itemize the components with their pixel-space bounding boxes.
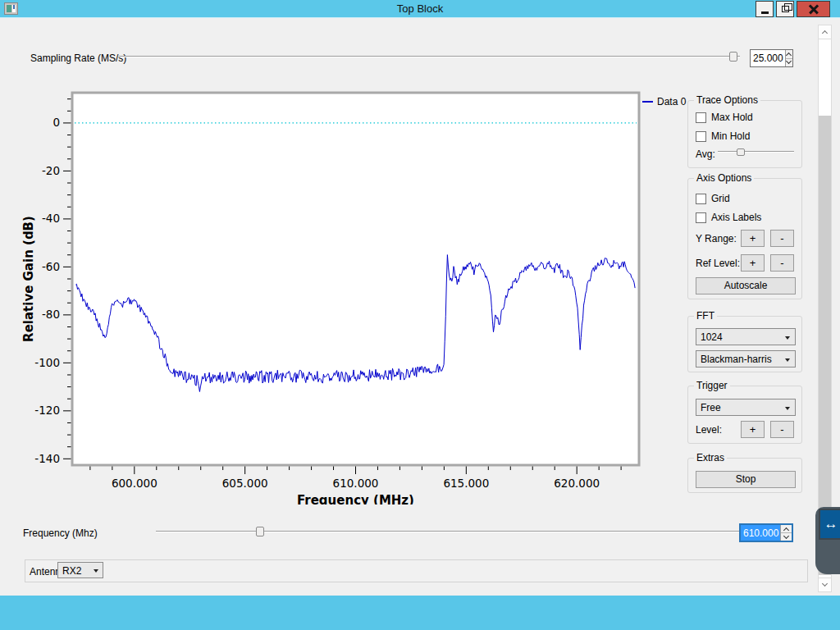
chevron-up-icon: [786, 52, 792, 58]
avg-slider-track[interactable]: [718, 151, 794, 153]
antenna-panel: [25, 559, 808, 582]
scroll-up-button[interactable]: [819, 25, 831, 39]
max-hold-checkbox-row[interactable]: Max Hold: [696, 111, 753, 124]
trace-options-title: Trace Options: [694, 94, 760, 106]
fft-window-value: Blackman-harris: [701, 354, 772, 365]
min-hold-label: Min Hold: [711, 130, 750, 142]
trigger-level-plus-button[interactable]: +: [741, 421, 765, 438]
taskbar: ›_ C:\_: [0, 596, 840, 630]
fft-title: FFT: [694, 310, 717, 322]
antenna-dropdown[interactable]: RX2: [57, 562, 103, 578]
legend-item-data0[interactable]: Data 0: [642, 96, 686, 107]
frequency-value[interactable]: 610.000: [741, 525, 780, 541]
chevron-up-icon: [783, 527, 789, 532]
chevron-down-icon: [783, 532, 789, 538]
frequency-spin-up[interactable]: [781, 525, 792, 533]
teamviewer-icon: ↔: [819, 509, 840, 540]
grid-checkbox-row[interactable]: Grid: [696, 192, 730, 205]
chevron-down-icon: [786, 58, 792, 64]
grid-label: Grid: [711, 193, 730, 204]
y-range-minus-button[interactable]: -: [770, 230, 794, 247]
max-hold-checkbox[interactable]: [696, 112, 706, 123]
trace-options-group: Trace Options Max Hold Min Hold Avg:: [687, 100, 802, 168]
chevron-down-icon: [822, 581, 828, 587]
legend-line-swatch: [642, 101, 653, 103]
trigger-mode-dropdown[interactable]: Free: [696, 399, 796, 416]
desktop-screen: Top Block Sampling Rate (MS/s) 25.000 60…: [0, 0, 840, 630]
extras-title: Extras: [694, 452, 727, 463]
autoscale-button[interactable]: Autoscale: [696, 277, 796, 294]
avg-slider-handle[interactable]: [737, 148, 745, 156]
trigger-group: Trigger Free Level: + -: [687, 386, 802, 444]
axis-labels-checkbox[interactable]: [696, 212, 706, 223]
extras-group: Extras Stop: [687, 458, 802, 493]
sampling-rate-spinbox[interactable]: 25.000: [750, 49, 793, 67]
y-range-plus-button[interactable]: +: [741, 230, 765, 247]
close-icon: [809, 4, 819, 14]
dropdown-arrow-icon: [785, 336, 790, 340]
trigger-level-minus-button[interactable]: -: [770, 421, 794, 438]
y-tick-label: -20: [42, 164, 60, 177]
fft-size-dropdown[interactable]: 1024: [696, 328, 796, 345]
grid-checkbox[interactable]: [696, 194, 706, 204]
chevron-up-icon: [822, 30, 828, 36]
sampling-rate-slider[interactable]: [119, 51, 740, 62]
y-tick-label: -80: [42, 308, 60, 321]
teamviewer-side-tab[interactable]: ↔: [814, 502, 840, 581]
legend-label: Data 0: [657, 96, 686, 107]
y-range-label: Y Range:: [696, 233, 737, 244]
sampling-rate-label: Sampling Rate (MS/s): [30, 52, 126, 64]
frequency-spin-down[interactable]: [781, 533, 792, 541]
dropdown-arrow-icon: [785, 407, 790, 410]
axis-options-group: Axis Options Grid Axis Labels Y Range: +…: [687, 178, 802, 299]
trigger-mode-value: Free: [701, 402, 721, 413]
window-title: Top Block: [0, 2, 840, 15]
fft-size-value: 1024: [701, 331, 723, 343]
sampling-rate-spin-down[interactable]: [786, 59, 792, 67]
close-button[interactable]: [797, 1, 830, 17]
y-tick-label: 0: [52, 116, 60, 129]
axis-labels-checkbox-row[interactable]: Axis Labels: [696, 211, 761, 224]
axis-labels-label: Axis Labels: [711, 212, 761, 223]
spectrum-plot[interactable]: 600.000605.000610.000615.000620.000Frequ…: [16, 86, 664, 504]
frequency-spinbox[interactable]: 610.000: [739, 523, 793, 542]
x-tick-label: 620.000: [554, 477, 600, 490]
sampling-rate-slider-handle[interactable]: [729, 52, 737, 62]
titlebar: Top Block: [0, 0, 840, 18]
y-tick-label: -40: [42, 212, 60, 225]
ref-level-label: Ref Level:: [696, 258, 740, 269]
y-tick-label: -100: [34, 356, 60, 369]
frequency-slider-track[interactable]: [156, 531, 788, 532]
trigger-title: Trigger: [694, 380, 730, 391]
frequency-slider-handle[interactable]: [256, 527, 264, 536]
x-tick-label: 600.000: [112, 477, 158, 490]
avg-slider[interactable]: [718, 146, 794, 158]
minimize-icon: [761, 11, 769, 14]
avg-label: Avg:: [696, 148, 715, 160]
plot-canvas: [72, 93, 639, 465]
ref-level-minus-button[interactable]: -: [770, 254, 794, 272]
frequency-slider[interactable]: [156, 526, 788, 537]
sampling-rate-slider-track[interactable]: [119, 56, 740, 57]
x-axis-title: Frequency (MHz): [297, 493, 414, 504]
max-hold-label: Max Hold: [711, 112, 753, 123]
fft-window-dropdown[interactable]: Blackman-harris: [696, 350, 796, 368]
x-tick-label: 610.000: [333, 477, 379, 490]
sampling-rate-value[interactable]: 25.000: [751, 50, 785, 66]
stop-button[interactable]: Stop: [696, 471, 796, 488]
y-tick-label: -120: [34, 404, 60, 417]
min-hold-checkbox-row[interactable]: Min Hold: [696, 130, 750, 143]
fft-group: FFT 1024 Blackman-harris: [687, 316, 802, 372]
ref-level-plus-button[interactable]: +: [741, 254, 765, 272]
axis-options-title: Axis Options: [694, 172, 754, 184]
minimize-button[interactable]: [756, 1, 774, 17]
antenna-value: RX2: [62, 565, 81, 577]
min-hold-checkbox[interactable]: [696, 131, 706, 142]
frequency-label: Frequency (Mhz): [23, 527, 98, 539]
sampling-rate-spin-up[interactable]: [786, 50, 792, 59]
y-tick-label: -140: [34, 452, 60, 465]
y-axis-title: Relative Gain (dB): [21, 216, 36, 342]
x-tick-label: 605.000: [222, 477, 268, 490]
y-tick-label: -60: [42, 260, 60, 273]
restore-button[interactable]: [776, 1, 794, 17]
